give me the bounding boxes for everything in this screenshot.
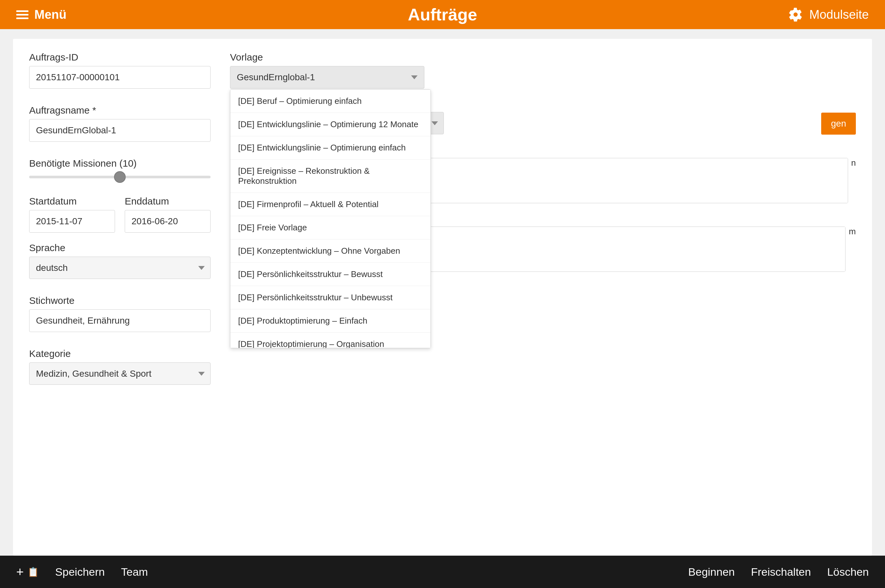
stichworte-section: Stichworte (29, 295, 211, 332)
dropdown-item-4[interactable]: [DE] Ereignisse – Rekonstruktion & Preko… (230, 159, 430, 193)
vorlage-selected-value: GesundErnglobal-1 (237, 72, 315, 82)
startdatum-section: Startdatum (29, 196, 115, 232)
dropdown-item-8[interactable]: [DE] Persönlichkeitsstruktur – Bewusst (230, 263, 430, 286)
dropdown-item-7[interactable]: [DE] Konzeptentwicklung – Ohne Vorgaben (230, 240, 430, 263)
settings-icon[interactable] (789, 8, 803, 22)
enddatum-input[interactable] (125, 210, 211, 232)
left-column: Auftrags-ID Auftragsname * Benötigte Mis… (29, 52, 211, 543)
modulseite-label[interactable]: Modulseite (809, 8, 869, 22)
dropdown-item-1[interactable]: [DE] Beruf – Optimierung einfach (230, 90, 430, 113)
slider-container (29, 172, 211, 180)
auftragsid-label: Auftrags-ID (29, 52, 211, 63)
auftragsname-label: Auftragsname * (29, 105, 211, 116)
vorlage-label: Vorlage (230, 52, 856, 63)
enddatum-label: Enddatum (125, 196, 211, 207)
dropdown-item-5[interactable]: [DE] Firmenprofil – Aktuell & Potential (230, 193, 430, 216)
auftragsname-input[interactable] (29, 119, 211, 142)
action-m: m (849, 226, 856, 237)
sprache-select[interactable]: deutsch English (29, 256, 211, 279)
dropdown-item-6[interactable]: [DE] Freie Vorlage (230, 216, 430, 240)
auftragsid-section: Auftrags-ID (29, 52, 211, 88)
dropdown-item-2[interactable]: [DE] Entwicklungslinie – Optimierung 12 … (230, 113, 430, 136)
sprache-section: Sprache deutsch English (29, 242, 211, 279)
loeschen-button[interactable]: Löschen (827, 566, 869, 578)
missionen-section: Benötigte Missionen (10) (29, 158, 211, 180)
right-column: Vorlage GesundErnglobal-1 [DE] Beruf – O… (230, 52, 856, 543)
auftragsname-section: Auftragsname * (29, 105, 211, 142)
dropdown-item-10[interactable]: [DE] Produktoptimierung – Einfach (230, 309, 430, 333)
kategorie-select-wrapper: Medizin, Gesundheit & Sport (29, 363, 211, 385)
startdatum-input[interactable] (29, 210, 115, 232)
sprache-select-wrapper: deutsch English (29, 256, 211, 279)
team-button[interactable]: Team (121, 566, 148, 578)
startdatum-label: Startdatum (29, 196, 115, 207)
right-actions: Beginnen Freischalten Löschen (688, 566, 869, 578)
header-title: Aufträge (408, 5, 477, 24)
main-content: Auftrags-ID Auftragsname * Benötigte Mis… (13, 39, 872, 556)
missionen-label: Benötigte Missionen (10) (29, 158, 211, 169)
sprache-label: Sprache (29, 242, 211, 254)
vorlage-select-button[interactable]: GesundErnglobal-1 (230, 66, 424, 88)
vorlage-dropdown-list: [DE] Beruf – Optimierung einfach [DE] En… (230, 89, 431, 348)
chevron-down-icon (411, 75, 418, 79)
save-button[interactable]: Speichern (55, 566, 105, 578)
vorlage-dropdown-wrapper: GesundErnglobal-1 [DE] Beruf – Optimieru… (230, 66, 856, 88)
vorlage-icon: 📋 (27, 567, 39, 578)
bottom-bar: + 📋 Speichern Team Beginnen Freischalten… (0, 556, 885, 588)
add-icon[interactable]: + (16, 566, 24, 578)
enddatum-section: Enddatum (125, 196, 211, 232)
add-vorlage-group: + 📋 (16, 566, 39, 578)
missionen-slider[interactable] (29, 176, 211, 178)
stichworte-label: Stichworte (29, 295, 211, 306)
action-button-gen[interactable]: gen (821, 112, 856, 135)
kategorie-select[interactable]: Medizin, Gesundheit & Sport (29, 363, 211, 385)
kategorie-section: Kategorie Medizin, Gesundheit & Sport (29, 348, 211, 385)
menu-icon[interactable] (16, 10, 29, 19)
beginnen-button[interactable]: Beginnen (688, 566, 735, 578)
vorlage-section: Vorlage GesundErnglobal-1 [DE] Beruf – O… (230, 52, 856, 88)
menu-label[interactable]: Menü (34, 8, 66, 22)
header-right: Modulseite (789, 8, 869, 22)
dropdown-item-9[interactable]: [DE] Persönlichkeitsstruktur – Unbewusst (230, 286, 430, 309)
action-n: n (851, 158, 856, 168)
header: Menü Aufträge Modulseite (0, 0, 885, 29)
date-row: Startdatum Enddatum (29, 196, 211, 232)
header-left: Menü (16, 8, 66, 22)
stichworte-input[interactable] (29, 309, 211, 332)
freischalten-button[interactable]: Freischalten (751, 566, 811, 578)
auftragsid-input[interactable] (29, 66, 211, 88)
kategorie-label: Kategorie (29, 348, 211, 359)
dropdown-item-11[interactable]: [DE] Projektoptimierung – Organisation (230, 333, 430, 348)
dropdown-item-3[interactable]: [DE] Entwicklungslinie – Optimierung ein… (230, 136, 430, 159)
